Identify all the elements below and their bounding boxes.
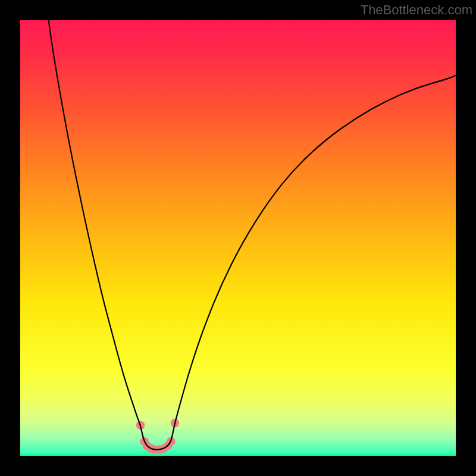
- watermark-text: TheBottleneck.com: [361, 2, 472, 18]
- curve-layer: [20, 20, 456, 456]
- bottleneck-curve: [49, 20, 456, 450]
- chart-container: TheBottleneck.com: [0, 0, 476, 476]
- plot-area: [20, 20, 456, 456]
